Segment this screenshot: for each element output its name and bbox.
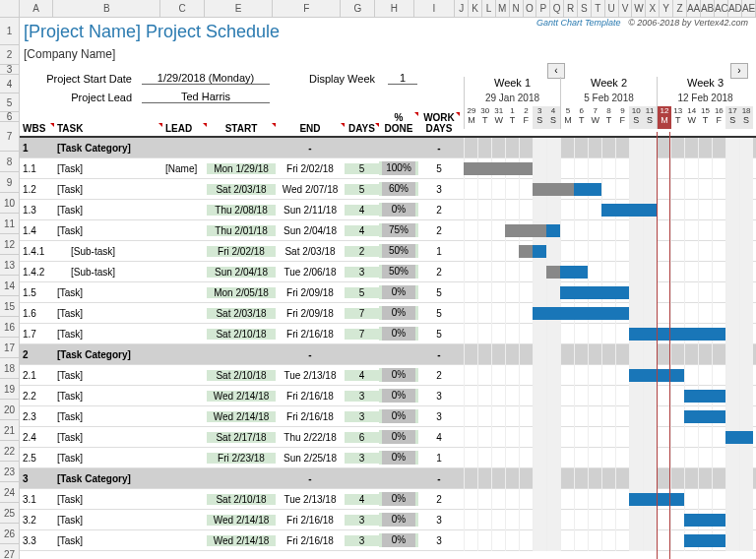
cell-days[interactable]: 3 <box>345 535 379 546</box>
cell-work[interactable]: 1 <box>418 246 460 257</box>
row-header[interactable]: 13 <box>0 255 20 276</box>
cell-wbs[interactable]: 1.7 <box>20 329 54 340</box>
row-header[interactable]: 12 <box>0 234 20 255</box>
cell-start[interactable]: Wed 2/14/18 <box>207 535 276 546</box>
cell-end[interactable]: Fri 2/09/18 <box>276 287 345 298</box>
col-header[interactable]: I <box>414 0 456 17</box>
table-row[interactable]: 1.7[Task]Sat 2/10/18Fri 2/16/1870%5 <box>20 324 756 344</box>
row-header[interactable]: 1 <box>0 18 20 45</box>
cell-end[interactable]: Sun 2/11/18 <box>276 205 345 216</box>
cell-start[interactable]: Sun 2/04/18 <box>207 267 276 278</box>
cell-wbs[interactable]: 2.4 <box>20 432 54 443</box>
cell-start[interactable]: Wed 2/14/18 <box>207 515 276 526</box>
col-header[interactable]: P <box>536 0 550 17</box>
cell-wbs[interactable]: 1 <box>20 143 54 154</box>
col-header[interactable]: K <box>469 0 482 17</box>
row-header[interactable]: 26 <box>0 524 20 544</box>
cell-start[interactable]: Wed 2/14/18 <box>207 391 276 402</box>
cell-end[interactable]: Sun 2/25/18 <box>276 453 345 464</box>
cell-wbs[interactable]: 1.3 <box>20 205 54 216</box>
cell-task[interactable]: [Task] <box>54 225 162 236</box>
col-header[interactable]: AB <box>701 0 715 17</box>
cell-wbs[interactable]: 1.5 <box>20 287 54 298</box>
row-header[interactable]: 14 <box>0 276 20 296</box>
col-header[interactable]: O <box>524 0 537 17</box>
col-header[interactable]: M <box>496 0 510 17</box>
row-header[interactable]: 7 <box>0 122 20 152</box>
row-header[interactable]: 16 <box>0 317 20 338</box>
table-row[interactable]: 1.5[Task]Mon 2/05/18Fri 2/09/1850%5 <box>20 282 756 303</box>
cell-task[interactable]: [Task] <box>54 287 162 298</box>
cell-end[interactable]: Sat 2/03/18 <box>276 246 345 257</box>
cell-pct[interactable]: 0% <box>379 409 418 423</box>
cell-days[interactable]: 5 <box>345 184 379 195</box>
cell-end[interactable]: Fri 2/16/18 <box>276 391 345 402</box>
cell-task[interactable]: [Task] <box>54 411 162 422</box>
cell-start[interactable]: Thu 2/08/18 <box>207 205 276 216</box>
cell-end[interactable]: Wed 2/07/18 <box>276 184 345 195</box>
col-header[interactable]: C <box>160 0 205 17</box>
cell-end[interactable]: Fri 2/09/18 <box>276 308 345 319</box>
cell-wbs[interactable]: 2 <box>20 349 54 360</box>
table-row[interactable]: 3.1[Task]Sat 2/10/18Tue 2/13/1840%2 <box>20 489 756 510</box>
row-header[interactable]: 5 <box>0 93 20 112</box>
row-header[interactable]: 8 <box>0 152 20 172</box>
col-header[interactable]: E <box>205 0 273 17</box>
cell-start[interactable]: Sat 2/10/18 <box>207 370 276 381</box>
cell-start[interactable]: Sat 2/03/18 <box>207 184 276 195</box>
cell-task[interactable]: [Task Category] <box>54 143 162 154</box>
cell-pct[interactable]: 0% <box>379 203 418 217</box>
col-header[interactable]: L <box>482 0 496 17</box>
table-row[interactable]: 3.2[Task]Wed 2/14/18Fri 2/16/1830%3 <box>20 510 756 530</box>
row-header[interactable]: 20 <box>0 400 20 420</box>
cell-start[interactable]: Wed 2/14/18 <box>207 411 276 422</box>
cell-pct[interactable]: 75% <box>379 223 418 237</box>
cell-end[interactable]: Tue 2/13/18 <box>276 494 345 505</box>
cell-start[interactable]: Thu 2/01/18 <box>207 225 276 236</box>
cell-end[interactable]: - <box>276 143 345 154</box>
cell-work[interactable]: 5 <box>418 308 460 319</box>
table-row[interactable]: 3.3[Task]Wed 2/14/18Fri 2/16/1830%3 <box>20 530 756 551</box>
cell-days[interactable]: 3 <box>345 515 379 526</box>
table-row[interactable]: 2.2[Task]Wed 2/14/18Fri 2/16/1830%3 <box>20 386 756 406</box>
row-header[interactable]: 17 <box>0 338 20 358</box>
cell-task[interactable]: [Task] <box>54 515 162 526</box>
cell-days[interactable]: 3 <box>345 411 379 422</box>
cell-task[interactable]: [Task Category] <box>54 473 162 484</box>
col-header[interactable]: AD <box>728 0 742 17</box>
cell-end[interactable]: - <box>276 349 345 360</box>
cell-pct[interactable]: 60% <box>379 182 418 196</box>
table-row[interactable]: 2[Task Category]-- <box>20 344 756 365</box>
cell-task[interactable]: [Task] <box>54 308 162 319</box>
row-header[interactable]: 10 <box>0 193 20 214</box>
cell-days[interactable]: 5 <box>345 163 379 174</box>
table-row[interactable]: 1.1[Task][Name]Mon 1/29/18Fri 2/02/18510… <box>20 158 756 179</box>
table-row[interactable]: 1.2[Task]Sat 2/03/18Wed 2/07/18560%3 <box>20 179 756 200</box>
cell-end[interactable]: Fri 2/16/18 <box>276 535 345 546</box>
cell-wbs[interactable]: 3.1 <box>20 494 54 505</box>
col-header[interactable]: W <box>632 0 646 17</box>
row-header[interactable]: 6 <box>0 112 20 122</box>
cell-wbs[interactable]: 1.6 <box>20 308 54 319</box>
cell-days[interactable]: 3 <box>345 267 379 278</box>
col-header[interactable]: J <box>455 0 469 17</box>
col-header[interactable]: B <box>53 0 160 17</box>
cell-days[interactable]: 3 <box>345 391 379 402</box>
lead-value[interactable]: Ted Harris <box>142 91 270 103</box>
cell-work[interactable]: 2 <box>418 494 460 505</box>
cell-pct[interactable]: 50% <box>379 244 418 258</box>
cell-pct[interactable]: 0% <box>379 389 418 403</box>
cell-start[interactable]: Mon 2/05/18 <box>207 287 276 298</box>
cell-start[interactable]: Mon 1/29/18 <box>207 163 276 174</box>
display-week-value[interactable]: 1 <box>388 72 417 85</box>
cell-wbs[interactable]: 1.1 <box>20 163 54 174</box>
cell-pct[interactable]: 0% <box>379 285 418 299</box>
cell-task[interactable]: [Task] <box>54 370 162 381</box>
cell-start[interactable]: Sat 2/17/18 <box>207 432 276 443</box>
row-header[interactable]: 9 <box>0 172 20 193</box>
col-header[interactable]: N <box>510 0 524 17</box>
cell-start[interactable]: Sat 2/03/18 <box>207 308 276 319</box>
row-header[interactable]: 27 <box>0 544 20 559</box>
cell-pct[interactable]: 0% <box>379 368 418 382</box>
company-name[interactable]: [Company Name] <box>20 45 756 63</box>
